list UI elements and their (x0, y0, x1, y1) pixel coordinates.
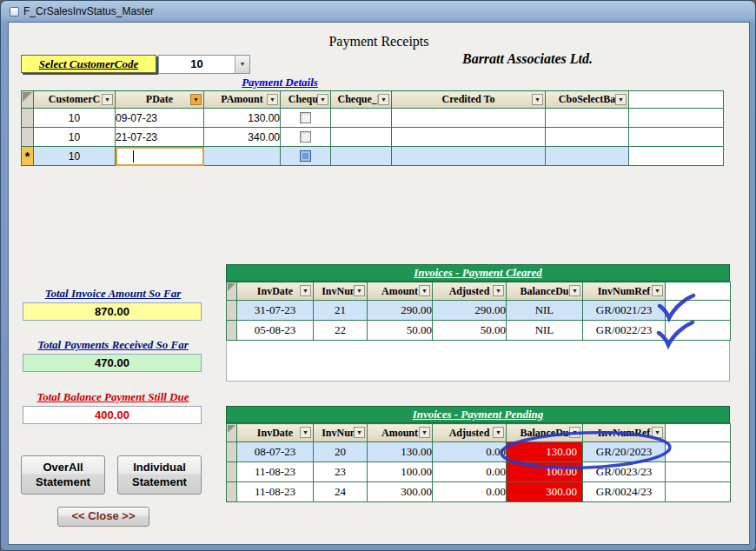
cell-adjusted[interactable]: 0.00 (433, 462, 507, 482)
col-header-invnumref[interactable]: InvNumRef▼ (583, 424, 666, 442)
cell-cheque[interactable] (281, 147, 331, 166)
cell-invdate[interactable]: 05-08-23 (237, 321, 314, 341)
cell-adjusted[interactable]: 0.00 (433, 482, 507, 502)
cheque-checkbox[interactable] (300, 150, 311, 162)
cell-amount[interactable]: 130.00 (368, 442, 433, 462)
cell-pamount[interactable] (204, 147, 281, 166)
cell-cboselectbank[interactable] (546, 109, 629, 128)
cell-customercode[interactable]: 10 (34, 147, 116, 166)
cell-pdate[interactable]: 09-07-23 (116, 109, 204, 128)
col-header-cheque-no[interactable]: Cheque_N▼ (331, 91, 392, 109)
cell-invnumref[interactable]: GR/0022/23 (583, 321, 666, 341)
select-all-corner[interactable] (227, 424, 237, 442)
cell-credited-to[interactable] (392, 147, 546, 166)
filter-dropdown-icon[interactable]: ▼ (419, 285, 430, 296)
row-selector[interactable] (22, 128, 34, 147)
cell-amount[interactable]: 50.00 (368, 321, 433, 341)
col-header-invnumref[interactable]: InvNumRef▼ (583, 282, 666, 301)
payment-row[interactable]: 10 21-07-23 340.00 (22, 128, 724, 147)
active-cell-pdate[interactable] (116, 147, 204, 166)
filter-dropdown-icon[interactable]: ▼ (354, 285, 365, 296)
cell-invdate[interactable]: 08-07-23 (237, 442, 314, 462)
filter-dropdown-icon[interactable]: ▼ (354, 427, 365, 438)
cheque-checkbox[interactable] (300, 112, 311, 123)
filter-dropdown-icon[interactable]: ▼ (569, 427, 580, 438)
cell-cheque-no[interactable] (331, 128, 392, 147)
filter-dropdown-icon[interactable]: ▼ (317, 94, 328, 105)
individual-statement-button[interactable]: Individual Statement (117, 455, 202, 495)
filter-dropdown-icon[interactable]: ▼ (190, 94, 202, 105)
select-all-corner[interactable] (22, 91, 34, 109)
col-header-invnum[interactable]: InvNum▼ (314, 282, 368, 301)
filter-dropdown-icon[interactable]: ▼ (569, 285, 580, 296)
row-selector[interactable] (227, 482, 237, 502)
cell-amount[interactable]: 300.00 (368, 482, 433, 502)
cleared-invoice-row[interactable]: 31-07-23 21 290.00 290.00 NIL GR/0021/23 (227, 301, 731, 321)
cell-cheque-no[interactable] (331, 147, 392, 166)
select-all-corner[interactable] (227, 282, 237, 301)
balance-due-cell[interactable]: 130.00 (507, 442, 583, 462)
col-header-invdate[interactable]: InvDate▼ (237, 424, 314, 442)
filter-dropdown-icon[interactable]: ▼ (378, 94, 389, 105)
col-header-invnum[interactable]: InvNum▼ (314, 424, 368, 442)
cell-invnum[interactable]: 24 (314, 482, 368, 502)
row-selector[interactable] (227, 462, 237, 482)
cell-customercode[interactable]: 10 (34, 128, 116, 147)
col-header-amount[interactable]: Amount▼ (368, 424, 433, 442)
balance-due-cell[interactable]: 100.00 (507, 462, 583, 482)
col-header-pdate[interactable]: PDate▼ (116, 91, 204, 109)
cell-customercode[interactable]: 10 (34, 109, 116, 128)
cell-invnumref[interactable]: GR/20/2023 (583, 442, 666, 462)
balance-due-cell[interactable]: 300.00 (507, 482, 583, 502)
col-header-cheque[interactable]: Cheque▼ (281, 91, 331, 109)
pending-invoice-row[interactable]: 11-08-23 23 100.00 0.00 100.00 GR/0023/2… (227, 462, 731, 482)
cleared-invoice-row[interactable]: 05-08-23 22 50.00 50.00 NIL GR/0022/23 (227, 321, 731, 341)
cell-cheque[interactable] (281, 109, 331, 128)
row-selector[interactable] (227, 442, 237, 462)
cell-invnumref[interactable]: GR/0021/23 (583, 301, 666, 321)
cell-pamount[interactable]: 340.00 (204, 128, 281, 147)
cell-invnumref[interactable]: GR/0024/23 (583, 482, 666, 502)
filter-dropdown-icon[interactable]: ▼ (615, 94, 627, 105)
cell-invdate[interactable]: 11-08-23 (237, 482, 314, 502)
cell-invdate[interactable]: 11-08-23 (237, 462, 314, 482)
filter-dropdown-icon[interactable]: ▼ (532, 94, 543, 105)
payment-new-row[interactable]: * 10 (22, 147, 724, 166)
new-record-selector[interactable]: * (22, 147, 34, 166)
window-titlebar[interactable]: F_CrSalesInvStatus_Master (1, 1, 755, 22)
close-button[interactable]: << Close >> (57, 507, 149, 527)
filter-dropdown-icon[interactable]: ▼ (102, 94, 113, 105)
pending-invoice-row[interactable]: 11-08-23 24 300.00 0.00 300.00 GR/0024/2… (227, 482, 731, 502)
cell-pamount[interactable]: 130.00 (204, 109, 281, 128)
col-header-adjusted[interactable]: Adjusted▼ (433, 424, 507, 442)
col-header-adjusted[interactable]: Adjusted▼ (433, 282, 507, 301)
filter-dropdown-icon[interactable]: ▼ (300, 427, 311, 438)
row-selector[interactable] (227, 321, 237, 341)
col-header-balancedue[interactable]: BalanceDu▼ (507, 282, 583, 301)
payment-row[interactable]: 10 09-07-23 130.00 (22, 109, 724, 128)
col-header-invdate[interactable]: InvDate▼ (237, 282, 314, 301)
cell-cheque-no[interactable] (331, 109, 392, 128)
filter-dropdown-icon[interactable]: ▼ (419, 427, 430, 438)
filter-dropdown-icon[interactable]: ▼ (652, 427, 663, 438)
pending-invoice-row[interactable]: 08-07-23 20 130.00 0.00 130.00 GR/20/202… (227, 442, 731, 462)
cell-amount[interactable]: 100.00 (368, 462, 433, 482)
col-header-credited-to[interactable]: Credited To▼ (392, 91, 546, 109)
cell-invnum[interactable]: 21 (314, 301, 368, 321)
col-header-pamount[interactable]: PAmount▼ (204, 91, 281, 109)
col-header-amount[interactable]: Amount▼ (368, 282, 433, 301)
row-selector[interactable] (227, 301, 237, 321)
filter-dropdown-icon[interactable]: ▼ (267, 94, 278, 105)
cell-cheque[interactable] (281, 128, 331, 147)
filter-dropdown-icon[interactable]: ▼ (300, 285, 311, 296)
cell-pdate[interactable]: 21-07-23 (116, 128, 204, 147)
cell-amount[interactable]: 290.00 (368, 301, 433, 321)
cell-adjusted[interactable]: 0.00 (433, 442, 507, 462)
col-header-customercode[interactable]: CustomerC▼ (34, 91, 116, 109)
cell-adjusted[interactable]: 50.00 (433, 321, 507, 341)
cell-invnum[interactable]: 23 (314, 462, 368, 482)
cell-adjusted[interactable]: 290.00 (433, 301, 507, 321)
filter-dropdown-icon[interactable]: ▼ (652, 285, 663, 296)
cell-cboselectbank[interactable] (546, 147, 629, 166)
cell-credited-to[interactable] (392, 109, 546, 128)
